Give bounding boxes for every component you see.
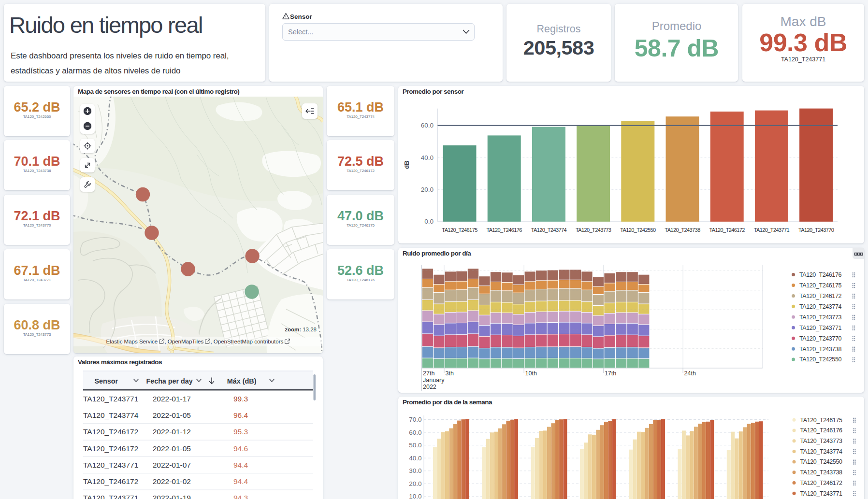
svg-text:27th: 27th (423, 370, 434, 377)
svg-text:TA120_T243771: TA120_T243771 (754, 227, 790, 233)
svg-text:TA120_T246172: TA120_T246172 (83, 428, 138, 436)
svg-text:2022: 2022 (423, 384, 436, 390)
svg-text:TA120_T246176: TA120_T246176 (487, 227, 522, 233)
svg-text:TA120_T243771: TA120_T243771 (83, 461, 138, 469)
svg-text:Fecha per day: Fecha per day (146, 377, 193, 385)
svg-text:60.0: 60.0 (409, 429, 421, 436)
svg-text:30.0: 30.0 (409, 467, 421, 474)
svg-text:17th: 17th (605, 370, 616, 377)
svg-text:94.4: 94.4 (233, 477, 248, 485)
svg-text:40.0: 40.0 (409, 455, 421, 462)
svg-text:0.0: 0.0 (424, 218, 434, 225)
svg-text:TA120_T243773: TA120_T243773 (800, 438, 842, 444)
svg-text:2022-01-17: 2022-01-17 (153, 395, 191, 403)
svg-text:TA120_T246172: TA120_T246172 (709, 227, 745, 233)
svg-text:2022-01-07: 2022-01-07 (153, 461, 191, 469)
svg-text:TA120_T243770: TA120_T243770 (799, 335, 841, 342)
svg-text:50.0: 50.0 (409, 442, 421, 449)
svg-text:TA120_T243773: TA120_T243773 (799, 314, 841, 321)
svg-text:TA120_T243738: TA120_T243738 (665, 227, 700, 233)
svg-text:TA120_T243738: TA120_T243738 (800, 469, 842, 476)
svg-text:TA120_T246175: TA120_T246175 (800, 417, 842, 424)
svg-text:TA120_T246176: TA120_T246176 (799, 271, 841, 278)
svg-text:TA120_T243770: TA120_T243770 (798, 227, 834, 233)
svg-text:TA120_T243774: TA120_T243774 (799, 303, 841, 310)
svg-text:Sensor: Sensor (95, 377, 118, 385)
svg-text:TA120_T243774: TA120_T243774 (83, 411, 139, 419)
svg-text:TA120_T246172: TA120_T246172 (83, 477, 138, 485)
svg-text:99.3: 99.3 (233, 395, 248, 403)
svg-text:TA120_T243774: TA120_T243774 (531, 227, 567, 233)
svg-text:2022-01-02: 2022-01-02 (153, 477, 191, 485)
svg-text:TA120_T243771: TA120_T243771 (83, 395, 138, 403)
svg-text:TA120_T246172: TA120_T246172 (800, 480, 842, 486)
svg-text:2022-01-05: 2022-01-05 (153, 411, 191, 419)
svg-text:TA120_T243738: TA120_T243738 (799, 346, 841, 353)
svg-text:TA120_T242550: TA120_T242550 (799, 356, 841, 363)
svg-text:TA120_T246172: TA120_T246172 (83, 444, 138, 453)
svg-text:January: January (423, 377, 445, 384)
svg-text:10.0: 10.0 (409, 493, 421, 499)
svg-text:94.3: 94.3 (233, 494, 248, 499)
svg-text:TA120_T243771: TA120_T243771 (800, 490, 842, 497)
svg-text:96.4: 96.4 (233, 411, 248, 419)
svg-text:20.0: 20.0 (409, 480, 421, 487)
svg-text:70.0: 70.0 (409, 416, 421, 423)
svg-text:TA120_T246176: TA120_T246176 (800, 427, 842, 434)
svg-text:TA120_T246175: TA120_T246175 (442, 227, 477, 233)
svg-text:2022-01-19: 2022-01-19 (153, 494, 191, 499)
svg-text:dB: dB (403, 160, 410, 169)
svg-text:94.6: 94.6 (233, 444, 248, 453)
svg-text:40.0: 40.0 (421, 154, 434, 161)
svg-text:TA120_T242550: TA120_T242550 (620, 227, 656, 233)
svg-text:TA120_T243771: TA120_T243771 (83, 494, 138, 499)
svg-text:24th: 24th (684, 370, 696, 377)
svg-text:20.0: 20.0 (421, 186, 434, 193)
svg-text:2022-01-05: 2022-01-05 (153, 444, 191, 453)
svg-text:TA120_T246175: TA120_T246175 (799, 282, 841, 289)
svg-text:TA120_T243771: TA120_T243771 (799, 325, 841, 331)
svg-text:60.0: 60.0 (421, 122, 434, 129)
svg-text:2022-01-12: 2022-01-12 (153, 428, 191, 436)
svg-text:10th: 10th (525, 370, 537, 377)
svg-text:TA120_T243774: TA120_T243774 (800, 448, 842, 455)
svg-text:TA120_T243773: TA120_T243773 (576, 227, 611, 233)
svg-text:3th: 3th (446, 370, 454, 377)
svg-text:94.4: 94.4 (233, 461, 248, 469)
svg-text:TA120_T242550: TA120_T242550 (800, 458, 842, 465)
svg-text:TA120_T246172: TA120_T246172 (799, 293, 841, 299)
svg-text:95.3: 95.3 (233, 428, 248, 436)
svg-text:Máx (dB): Máx (dB) (227, 377, 257, 385)
